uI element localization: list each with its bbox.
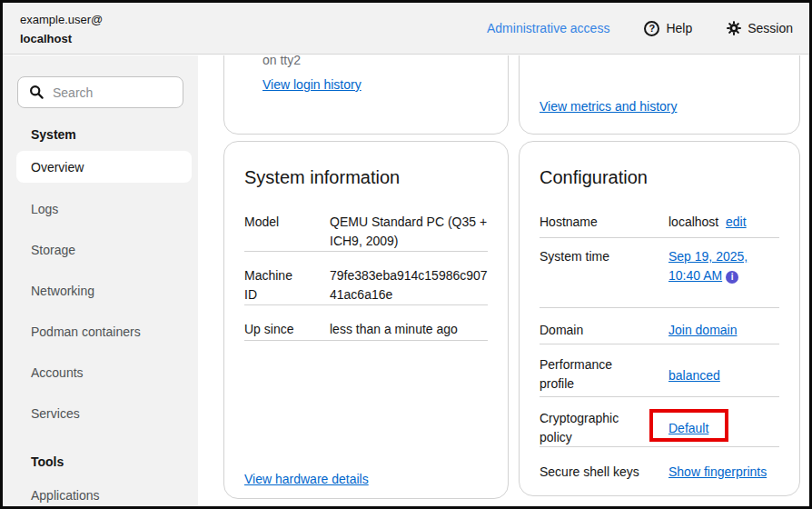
session-menu-button[interactable]: Session	[727, 21, 793, 35]
help-menu-button[interactable]: ? Help	[644, 21, 692, 36]
up-since-label: Up since	[244, 320, 330, 340]
cryptographic-policy-label: Cryptographic policy	[540, 409, 668, 447]
sidebar-item-logs[interactable]: Logs	[31, 202, 58, 216]
last-login-detail: on tty2	[262, 55, 301, 70]
sidebar-item-services[interactable]: Services	[31, 406, 80, 421]
join-domain-link[interactable]: Join domain	[668, 323, 738, 337]
nav-section-tools: Tools	[31, 454, 64, 469]
sidebar: System Overview Logs Storage Networking …	[3, 55, 198, 506]
cockpit-window: example.user@ localhost Administrative a…	[0, 0, 812, 509]
sidebar-item-networking[interactable]: Networking	[31, 284, 94, 298]
domain-label: Domain	[540, 321, 668, 344]
up-since-row: Up since less than a minute ago	[244, 320, 488, 341]
cryptographic-policy-value-cell: Default	[668, 419, 779, 438]
system-information-card: System information Model QEMU Standard P…	[223, 141, 509, 499]
performance-profile-label: Performance profile	[540, 355, 668, 396]
system-time-label: System time	[540, 247, 668, 307]
model-label: Model	[244, 213, 330, 251]
sidebar-item-podman-containers[interactable]: Podman containers	[31, 324, 141, 339]
cryptographic-policy-link[interactable]: Default	[668, 421, 708, 435]
masthead: example.user@ localhost Administrative a…	[3, 3, 809, 55]
sidebar-search	[17, 76, 183, 108]
machine-id-row: Machine ID 79fe383eba914c15986c90741ac6a…	[244, 266, 488, 305]
view-login-history-link[interactable]: View login history	[262, 75, 361, 95]
help-icon: ?	[644, 21, 659, 36]
secure-shell-keys-row: Secure shell keys Show fingerprints	[540, 463, 779, 486]
user-name: example.user@	[20, 10, 103, 29]
view-metrics-link[interactable]: View metrics and history	[540, 97, 677, 116]
hostname-edit-link[interactable]: edit	[726, 215, 747, 229]
system-information-title: System information	[244, 165, 400, 189]
sidebar-item-accounts[interactable]: Accounts	[31, 365, 84, 380]
model-value: QEMU Standard PC (Q35 + ICH9, 2009)	[330, 213, 488, 251]
overview-page: on tty2 View login history View metrics …	[198, 55, 809, 506]
cryptographic-policy-row: Cryptographic policy Default	[540, 409, 779, 447]
domain-value-cell: Join domain	[668, 321, 779, 344]
machine-id-label: Machine ID	[244, 266, 330, 304]
hostname-value-cell: localhost edit	[668, 213, 779, 237]
performance-profile-row: Performance profile balanced	[540, 355, 779, 397]
hostname-value: localhost	[668, 215, 718, 229]
search-icon	[29, 85, 44, 99]
system-time-value-cell: Sep 19, 2025, 10:40 AM i	[668, 247, 779, 307]
configuration-card: Configuration Hostname localhost edit Sy…	[519, 141, 800, 496]
secure-shell-keys-value-cell: Show fingerprints	[668, 463, 779, 486]
hostname-label: Hostname	[540, 213, 668, 237]
masthead-toolbar: Administrative access ? Help	[487, 3, 793, 54]
up-since-value: less than a minute ago	[330, 320, 488, 340]
model-row: Model QEMU Standard PC (Q35 + ICH9, 2009…	[244, 213, 488, 252]
system-time-row: System time Sep 19, 2025, 10:40 AM i	[540, 247, 779, 308]
health-card: on tty2 View login history	[223, 55, 509, 135]
gear-icon	[727, 21, 741, 35]
show-fingerprints-link[interactable]: Show fingerprints	[668, 464, 767, 479]
help-icon-glyph: ?	[649, 24, 656, 34]
machine-id-value: 79fe383eba914c15986c90741ac6a16e	[330, 266, 488, 304]
host-name: localhost	[20, 29, 103, 48]
performance-profile-value-cell: balanced	[668, 366, 779, 385]
session-label: Session	[748, 21, 793, 35]
sidebar-item-label: Overview	[31, 160, 84, 175]
nav-section-system: System	[31, 127, 76, 142]
configuration-title: Configuration	[540, 165, 648, 189]
domain-row: Domain Join domain	[540, 321, 779, 344]
logged-in-user-menu[interactable]: example.user@ localhost	[20, 10, 103, 48]
info-icon-glyph: i	[731, 273, 734, 282]
sidebar-item-overview[interactable]: Overview	[16, 151, 192, 183]
performance-profile-link[interactable]: balanced	[668, 368, 720, 383]
secure-shell-keys-label: Secure shell keys	[540, 463, 668, 486]
help-label: Help	[666, 21, 692, 35]
sidebar-item-applications[interactable]: Applications	[31, 488, 100, 503]
hostname-row: Hostname localhost edit	[540, 213, 779, 238]
info-icon[interactable]: i	[726, 271, 738, 284]
administrative-access-button[interactable]: Administrative access	[487, 21, 609, 35]
view-hardware-details-link[interactable]: View hardware details	[244, 470, 369, 489]
sidebar-item-storage[interactable]: Storage	[31, 243, 75, 257]
usage-card: View metrics and history	[519, 55, 800, 135]
